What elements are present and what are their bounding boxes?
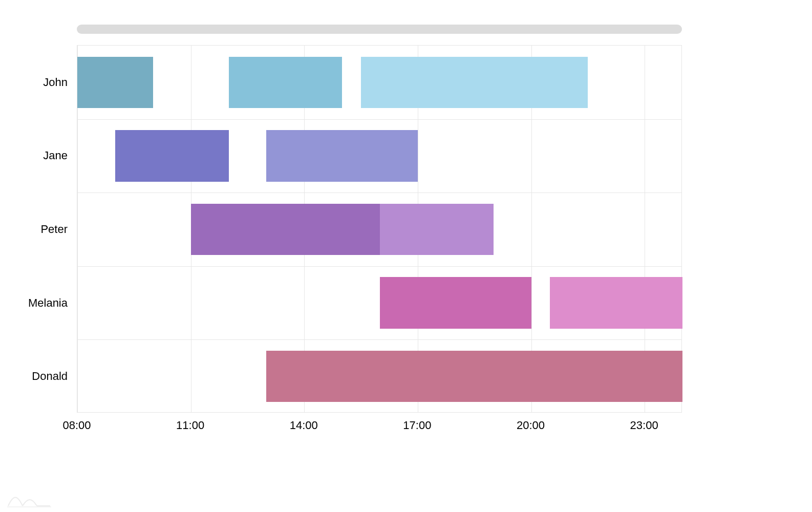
gantt-bar[interactable] [380, 204, 494, 255]
gantt-bar[interactable] [550, 277, 682, 329]
hgrid-line [77, 119, 681, 120]
gantt-bar[interactable] [115, 130, 229, 182]
x-axis-label: 23:00 [630, 419, 658, 432]
hgrid-line [77, 339, 681, 340]
x-axis-label: 08:00 [62, 419, 91, 432]
range-scrollbar[interactable] [77, 25, 682, 34]
gantt-bar[interactable] [266, 351, 682, 402]
y-axis-label: John [0, 76, 68, 89]
hgrid-line [77, 193, 681, 193]
y-axis-label: Donald [0, 370, 68, 383]
gantt-chart: JohnJanePeterMelaniaDonald 08:0011:0014:… [0, 0, 812, 512]
gantt-bar[interactable] [266, 130, 418, 182]
x-axis-label: 11:00 [176, 419, 204, 432]
x-axis-label: 20:00 [517, 419, 545, 432]
gantt-bar[interactable] [361, 57, 588, 109]
amcharts-logo [7, 490, 51, 509]
y-axis-label: Jane [0, 149, 68, 162]
gantt-bar[interactable] [77, 57, 153, 109]
gantt-bar[interactable] [380, 277, 531, 329]
plot-area[interactable] [77, 45, 682, 413]
x-axis-label: 14:00 [290, 419, 318, 432]
gantt-bar[interactable] [229, 57, 343, 109]
x-axis-label: 17:00 [403, 419, 431, 432]
gantt-bar[interactable] [191, 204, 380, 255]
hgrid-line [77, 266, 681, 267]
y-axis-label: Melania [0, 296, 68, 310]
y-axis-label: Peter [0, 223, 68, 236]
